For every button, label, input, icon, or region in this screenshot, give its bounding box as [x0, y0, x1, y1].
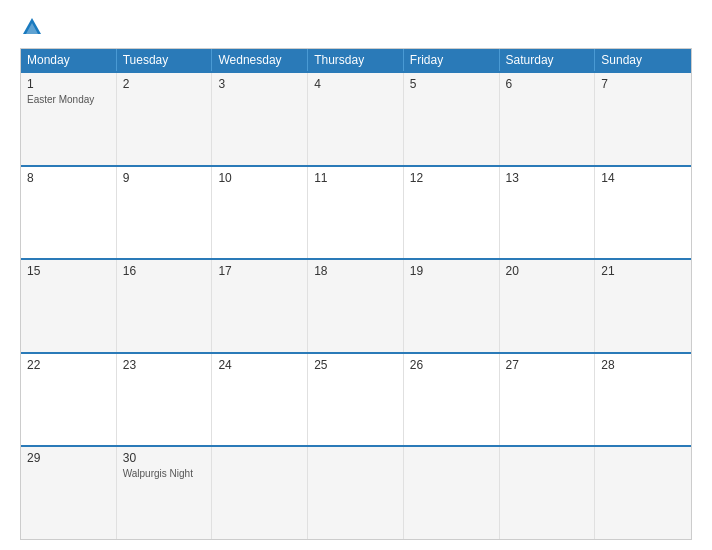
header-friday: Friday — [404, 49, 500, 71]
day-number: 5 — [410, 77, 493, 91]
day-cell: 24 — [212, 354, 308, 446]
day-number: 22 — [27, 358, 110, 372]
day-number: 13 — [506, 171, 589, 185]
day-cell: 21 — [595, 260, 691, 352]
day-cell: 27 — [500, 354, 596, 446]
header-thursday: Thursday — [308, 49, 404, 71]
day-number: 23 — [123, 358, 206, 372]
day-cell — [500, 447, 596, 539]
day-cell: 15 — [21, 260, 117, 352]
day-cell: 4 — [308, 73, 404, 165]
day-number: 12 — [410, 171, 493, 185]
day-cell: 19 — [404, 260, 500, 352]
day-number: 15 — [27, 264, 110, 278]
day-cell: 25 — [308, 354, 404, 446]
week-row-5: 2930Walpurgis Night — [21, 445, 691, 539]
day-cell: 6 — [500, 73, 596, 165]
header-wednesday: Wednesday — [212, 49, 308, 71]
weeks-container: 1Easter Monday23456789101112131415161718… — [21, 71, 691, 539]
day-number: 20 — [506, 264, 589, 278]
day-number: 8 — [27, 171, 110, 185]
day-cell: 10 — [212, 167, 308, 259]
day-cell: 11 — [308, 167, 404, 259]
day-cell — [212, 447, 308, 539]
day-cell: 1Easter Monday — [21, 73, 117, 165]
page: Monday Tuesday Wednesday Thursday Friday… — [0, 0, 712, 550]
day-cell: 20 — [500, 260, 596, 352]
day-event: Easter Monday — [27, 93, 110, 106]
day-cell: 5 — [404, 73, 500, 165]
day-number: 28 — [601, 358, 685, 372]
day-cell: 9 — [117, 167, 213, 259]
day-cell: 28 — [595, 354, 691, 446]
day-cell: 18 — [308, 260, 404, 352]
day-number: 17 — [218, 264, 301, 278]
day-number: 26 — [410, 358, 493, 372]
day-number: 7 — [601, 77, 685, 91]
day-number: 1 — [27, 77, 110, 91]
logo-icon — [21, 16, 43, 38]
day-number: 10 — [218, 171, 301, 185]
day-cell: 29 — [21, 447, 117, 539]
day-headers-row: Monday Tuesday Wednesday Thursday Friday… — [21, 49, 691, 71]
day-number: 3 — [218, 77, 301, 91]
day-cell: 12 — [404, 167, 500, 259]
calendar: Monday Tuesday Wednesday Thursday Friday… — [20, 48, 692, 540]
day-cell: 8 — [21, 167, 117, 259]
week-row-1: 1Easter Monday234567 — [21, 71, 691, 165]
day-cell: 22 — [21, 354, 117, 446]
logo — [20, 16, 46, 38]
week-row-4: 22232425262728 — [21, 352, 691, 446]
day-number: 21 — [601, 264, 685, 278]
day-cell: 23 — [117, 354, 213, 446]
day-number: 9 — [123, 171, 206, 185]
header-tuesday: Tuesday — [117, 49, 213, 71]
day-number: 24 — [218, 358, 301, 372]
day-event: Walpurgis Night — [123, 467, 206, 480]
day-number: 29 — [27, 451, 110, 465]
day-number: 30 — [123, 451, 206, 465]
day-cell — [308, 447, 404, 539]
day-number: 25 — [314, 358, 397, 372]
week-row-3: 15161718192021 — [21, 258, 691, 352]
day-cell — [404, 447, 500, 539]
day-number: 4 — [314, 77, 397, 91]
day-cell: 14 — [595, 167, 691, 259]
header-sunday: Sunday — [595, 49, 691, 71]
day-cell: 16 — [117, 260, 213, 352]
day-cell: 3 — [212, 73, 308, 165]
day-number: 18 — [314, 264, 397, 278]
header-saturday: Saturday — [500, 49, 596, 71]
day-cell: 17 — [212, 260, 308, 352]
header — [20, 16, 692, 38]
day-cell: 7 — [595, 73, 691, 165]
day-number: 14 — [601, 171, 685, 185]
day-number: 6 — [506, 77, 589, 91]
day-number: 11 — [314, 171, 397, 185]
day-number: 19 — [410, 264, 493, 278]
day-number: 16 — [123, 264, 206, 278]
day-number: 27 — [506, 358, 589, 372]
week-row-2: 891011121314 — [21, 165, 691, 259]
day-cell: 26 — [404, 354, 500, 446]
day-cell — [595, 447, 691, 539]
header-monday: Monday — [21, 49, 117, 71]
day-cell: 13 — [500, 167, 596, 259]
day-cell: 30Walpurgis Night — [117, 447, 213, 539]
day-cell: 2 — [117, 73, 213, 165]
day-number: 2 — [123, 77, 206, 91]
